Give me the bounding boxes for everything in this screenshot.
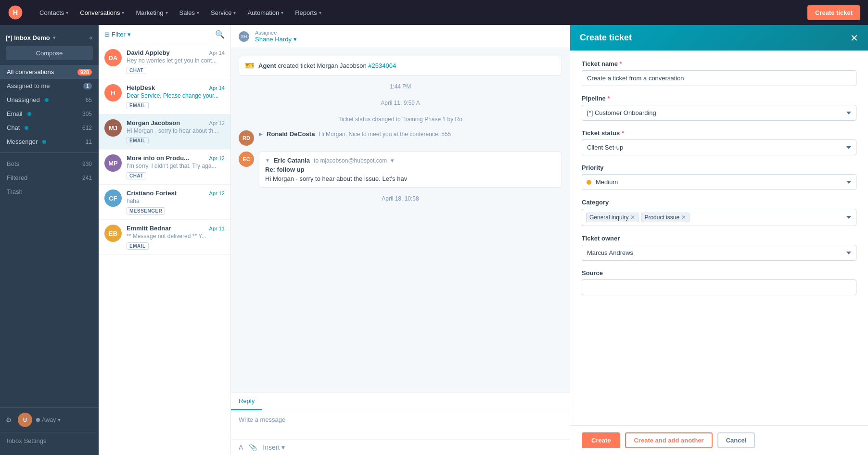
conv-item[interactable]: MP More info on Produ... Apr 12 I'm sorr… [99,150,230,185]
source-field: Source [582,269,856,295]
compose-button[interactable]: Compose [6,46,93,60]
source-input[interactable] [582,279,856,295]
conv-date: Apr 14 [209,50,225,56]
chevron-down-icon: ▾ [294,36,297,43]
inbox-settings-item[interactable]: Inbox Settings [0,432,99,449]
ticket-status-select[interactable]: Client Set-up [582,139,856,155]
sidebar-item-all-conversations[interactable]: All conversations 928 [0,65,99,79]
create-and-add-another-button[interactable]: Create and add another [625,432,712,448]
category-tag: General inquiry ✕ [586,213,638,222]
sidebar-item-unassigned[interactable]: Unassigned 65 [0,93,99,107]
message-row: RD ▶ Ronald DeCosta Hi Morgan, Nice to m… [239,130,562,146]
create-ticket-nav-button[interactable]: Create ticket [807,5,860,20]
nav-item-conversations[interactable]: Conversations ▾ [75,6,129,19]
conv-item[interactable]: EB Emmitt Bednar Apr 11 ** Message not d… [99,220,230,255]
chevron-down-icon: ▾ [319,10,321,15]
nav-item-marketing[interactable]: Marketing ▾ [131,6,172,19]
conv-date: Apr 12 [209,190,225,196]
filter-button[interactable]: ⊞ Filter ▾ [104,31,131,38]
nav-item-contacts[interactable]: Contacts ▾ [35,6,73,19]
inbox-label[interactable]: [*] Inbox Demo ▾ [6,34,55,41]
priority-field: Priority Medium [582,164,856,190]
sidebar-collapse-button[interactable]: « [89,34,93,41]
insert-button[interactable]: Insert ▾ [263,443,285,451]
conv-items-list: DA David Appleby Apr 14 Hey no worries l… [99,44,230,455]
chevron-down-icon: ▾ [122,10,124,15]
sidebar-header: [*] Inbox Demo ▾ « [0,31,99,46]
close-button[interactable]: ✕ [850,33,858,43]
conv-badge: CHAT [127,67,146,74]
sidebar-item-messenger[interactable]: Messenger 11 [0,135,99,149]
assignee-name[interactable]: Shane Hardy ▾ [255,36,297,43]
reply-input[interactable]: Write a message [231,410,570,439]
avatar: RD [239,130,254,146]
required-indicator: * [607,95,610,102]
sidebar-item-email[interactable]: Email 305 [0,107,99,121]
gear-icon[interactable]: ⚙ [6,416,12,424]
remove-tag-button[interactable]: ✕ [681,214,686,221]
nav-item-automation[interactable]: Automation ▾ [243,6,288,19]
conv-preview: I'm sorry, I didn't get that. Try aga... [127,163,225,169]
ticket-link[interactable]: #2534004 [368,62,396,69]
panel-footer: Create Create and add another Cancel [570,425,868,455]
search-icon[interactable]: 🔍 [215,30,225,39]
category-input[interactable]: General inquiry ✕ Product issue ✕ [582,209,856,226]
conv-badge: EMAIL [127,137,149,144]
nav-items: Contacts ▾ Conversations ▾ Marketing ▾ S… [35,6,807,19]
reply-tab[interactable]: Reply [231,392,262,410]
unread-dot [45,98,49,102]
message-body: Hi Morgan - sorry to hear about the issu… [265,175,556,182]
conv-preview: haha [127,198,225,204]
collapse-icon[interactable]: ▼ [265,158,270,163]
nav-item-reports[interactable]: Reports ▾ [290,6,326,19]
panel-body: Ticket name * Pipeline * [*] Customer On… [570,51,868,425]
message-preview: Hi Morgan, Nice to meet you at the confe… [319,131,451,138]
nav-item-service[interactable]: Service ▾ [206,6,241,19]
font-icon[interactable]: A [239,443,243,451]
chevron-down-icon: ▾ [197,10,199,15]
conv-name: Emmitt Bednar [127,225,171,232]
ticket-name-input[interactable] [582,70,856,86]
sidebar-item-trash[interactable]: Trash [0,185,99,199]
reply-tabs: Reply [231,392,570,410]
sidebar-item-assigned-to-me[interactable]: Assigned to me 1 [0,79,99,93]
date-separator: April 18, 10:58 [239,193,562,204]
sidebar-bottom: ⚙ U Away ▾ [0,407,99,432]
cancel-button[interactable]: Cancel [717,432,755,448]
unread-dot [27,112,31,116]
sidebar-item-bots[interactable]: Bots 930 [0,157,99,171]
reply-area: Reply Write a message A 📎 Insert ▾ [231,392,570,455]
remove-tag-button[interactable]: ✕ [630,214,635,221]
priority-select[interactable]: Medium [582,174,856,190]
sidebar-item-chat[interactable]: Chat 612 [0,121,99,135]
user-status[interactable]: Away ▾ [36,417,61,423]
unread-dot [25,126,28,130]
conv-date: Apr 11 [209,226,225,231]
required-indicator: * [620,60,622,67]
attachment-icon[interactable]: 📎 [249,443,257,451]
nav-item-sales[interactable]: Sales ▾ [175,6,204,19]
sidebar-item-filtered[interactable]: Filtered 241 [0,171,99,185]
pipeline-label: Pipeline * [582,95,856,102]
assigned-count: 1 [83,83,92,89]
all-conversations-count: 928 [77,69,92,76]
conv-preview: Hi Morgan - sorry to hear about th... [127,127,225,134]
ticket-owner-select[interactable]: Marcus Andrews [582,245,856,261]
conv-item[interactable]: H HelpDesk Apr 14 Dear Service, Please c… [99,79,230,114]
conv-item[interactable]: MJ Morgan Jacobson Apr 12 Hi Morgan - so… [99,114,230,150]
panel-header: Create ticket ✕ [570,25,868,51]
conv-item[interactable]: DA David Appleby Apr 14 Hey no worries l… [99,44,230,79]
top-navigation: H Contacts ▾ Conversations ▾ Marketing ▾… [0,0,868,25]
pipeline-select[interactable]: [*] Customer Onboarding [582,105,856,121]
user-avatar: U [18,413,32,427]
avatar: MP [104,154,122,172]
ticket-name-label: Ticket name * [582,60,856,67]
expand-icon[interactable]: ▶ [259,131,263,137]
create-button[interactable]: Create [582,432,620,448]
message-sender: Eric Catania [274,157,310,164]
avatar: DA [104,49,122,66]
category-tag: Product issue ✕ [641,213,689,222]
conv-date: Apr 12 [209,120,225,126]
conv-item[interactable]: CF Cristiano Fortest Apr 12 haha MESSENG… [99,185,230,220]
hubspot-logo[interactable]: H [8,5,23,20]
